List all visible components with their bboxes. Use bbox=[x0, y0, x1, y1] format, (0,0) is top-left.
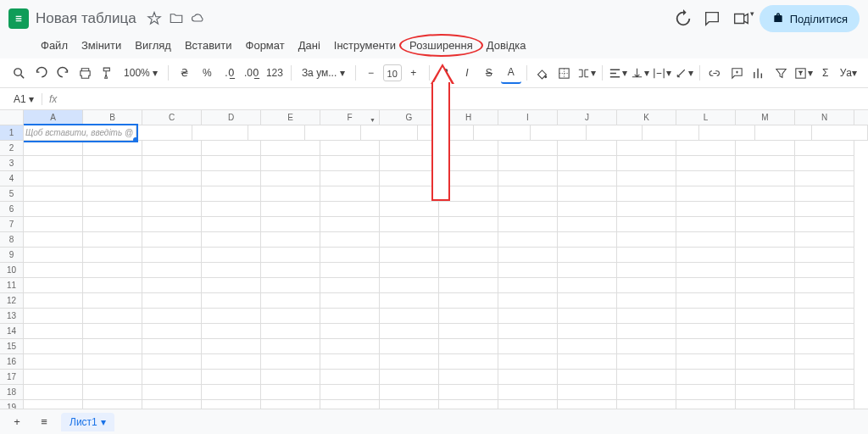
cell[interactable] bbox=[202, 202, 261, 217]
cell[interactable] bbox=[24, 354, 83, 370]
row-header[interactable]: 1 bbox=[0, 125, 23, 141]
cell[interactable] bbox=[558, 202, 617, 217]
cell[interactable] bbox=[202, 171, 261, 186]
cell[interactable] bbox=[558, 141, 617, 156]
cell[interactable] bbox=[320, 370, 380, 385]
cell[interactable] bbox=[380, 141, 439, 156]
cell[interactable] bbox=[320, 263, 380, 278]
cell[interactable] bbox=[676, 217, 736, 232]
cell[interactable] bbox=[498, 309, 558, 324]
cell[interactable] bbox=[795, 370, 854, 385]
cell[interactable] bbox=[795, 217, 854, 232]
italic-icon[interactable]: I bbox=[457, 62, 477, 84]
cell[interactable] bbox=[617, 232, 676, 248]
cell[interactable] bbox=[320, 217, 380, 232]
menu-format[interactable]: Формат bbox=[241, 37, 290, 53]
cell[interactable] bbox=[202, 141, 261, 156]
functions-icon[interactable]: Σ bbox=[815, 62, 836, 84]
fontsize-input[interactable]: 10 bbox=[383, 64, 402, 81]
cell[interactable] bbox=[558, 339, 617, 354]
cell[interactable] bbox=[380, 309, 439, 324]
row-header[interactable]: 18 bbox=[0, 385, 23, 400]
cell[interactable] bbox=[795, 309, 854, 324]
cell[interactable] bbox=[261, 324, 320, 339]
cell[interactable] bbox=[439, 217, 498, 232]
cell[interactable] bbox=[498, 385, 558, 400]
cell[interactable] bbox=[617, 171, 676, 186]
menu-file[interactable]: Файл bbox=[36, 37, 73, 53]
col-header[interactable]: H bbox=[439, 110, 498, 125]
cell[interactable] bbox=[142, 171, 202, 186]
cell[interactable] bbox=[24, 309, 83, 324]
zoom-select[interactable]: 100% ▾ bbox=[119, 67, 163, 79]
inc-decimal-icon[interactable]: .00̲ bbox=[242, 62, 262, 84]
col-header[interactable]: A bbox=[24, 110, 83, 125]
cell[interactable] bbox=[617, 278, 676, 293]
col-header[interactable]: D bbox=[202, 110, 261, 125]
cell[interactable] bbox=[795, 354, 854, 370]
cell[interactable] bbox=[736, 309, 795, 324]
inc-fontsize-icon[interactable]: + bbox=[403, 62, 424, 84]
col-header[interactable]: L bbox=[676, 110, 736, 125]
cell[interactable] bbox=[736, 339, 795, 354]
cell[interactable] bbox=[202, 385, 261, 400]
cloud-status-icon[interactable] bbox=[191, 11, 206, 26]
undo-icon[interactable] bbox=[31, 62, 51, 84]
cell[interactable] bbox=[136, 125, 192, 141]
cell[interactable] bbox=[676, 278, 736, 293]
cell[interactable] bbox=[83, 263, 142, 278]
menu-tools[interactable]: Інструменти bbox=[329, 37, 401, 53]
cell[interactable] bbox=[474, 125, 530, 141]
cell[interactable] bbox=[380, 202, 439, 217]
cell[interactable] bbox=[83, 171, 142, 186]
cell[interactable] bbox=[498, 156, 558, 171]
lang-input-icon[interactable]: Уа▾ bbox=[837, 62, 860, 84]
cell[interactable] bbox=[261, 339, 320, 354]
cell[interactable] bbox=[24, 263, 83, 278]
cell[interactable] bbox=[83, 324, 142, 339]
cell[interactable] bbox=[439, 202, 498, 217]
cell[interactable] bbox=[202, 263, 261, 278]
cell[interactable] bbox=[202, 293, 261, 309]
cell[interactable] bbox=[261, 141, 320, 156]
cell[interactable] bbox=[558, 263, 617, 278]
cell[interactable] bbox=[320, 202, 380, 217]
menu-edit[interactable]: Змінити bbox=[76, 37, 126, 53]
cell[interactable] bbox=[142, 232, 202, 248]
cell[interactable] bbox=[439, 324, 498, 339]
cell[interactable] bbox=[83, 202, 142, 217]
sheets-logo[interactable] bbox=[8, 8, 29, 29]
cell[interactable] bbox=[587, 125, 643, 141]
cell[interactable] bbox=[558, 324, 617, 339]
cell[interactable] bbox=[202, 354, 261, 370]
cell[interactable] bbox=[498, 339, 558, 354]
borders-icon[interactable] bbox=[554, 62, 575, 84]
merge-icon[interactable]: ▾ bbox=[576, 62, 597, 84]
cell[interactable] bbox=[617, 248, 676, 263]
cell[interactable] bbox=[439, 309, 498, 324]
cell[interactable] bbox=[736, 171, 795, 186]
cell[interactable] bbox=[558, 156, 617, 171]
cell[interactable] bbox=[24, 141, 83, 156]
comment-icon[interactable] bbox=[703, 9, 721, 28]
cell[interactable] bbox=[736, 324, 795, 339]
cell[interactable] bbox=[83, 156, 142, 171]
cell[interactable] bbox=[558, 354, 617, 370]
cell[interactable] bbox=[795, 278, 854, 293]
chart-icon[interactable] bbox=[749, 62, 770, 84]
cell[interactable] bbox=[498, 217, 558, 232]
cell[interactable] bbox=[676, 186, 736, 202]
cell[interactable] bbox=[142, 324, 202, 339]
star-icon[interactable] bbox=[147, 11, 162, 26]
cell[interactable] bbox=[261, 171, 320, 186]
cell[interactable] bbox=[795, 324, 854, 339]
cell[interactable] bbox=[83, 293, 142, 309]
add-sheet-icon[interactable]: + bbox=[7, 412, 27, 432]
cell[interactable] bbox=[558, 278, 617, 293]
cell[interactable] bbox=[439, 232, 498, 248]
cell[interactable] bbox=[320, 354, 380, 370]
cell[interactable] bbox=[142, 385, 202, 400]
menu-help[interactable]: Довідка bbox=[481, 37, 531, 53]
cell[interactable] bbox=[498, 293, 558, 309]
number-format-button[interactable]: 123 bbox=[264, 62, 286, 84]
